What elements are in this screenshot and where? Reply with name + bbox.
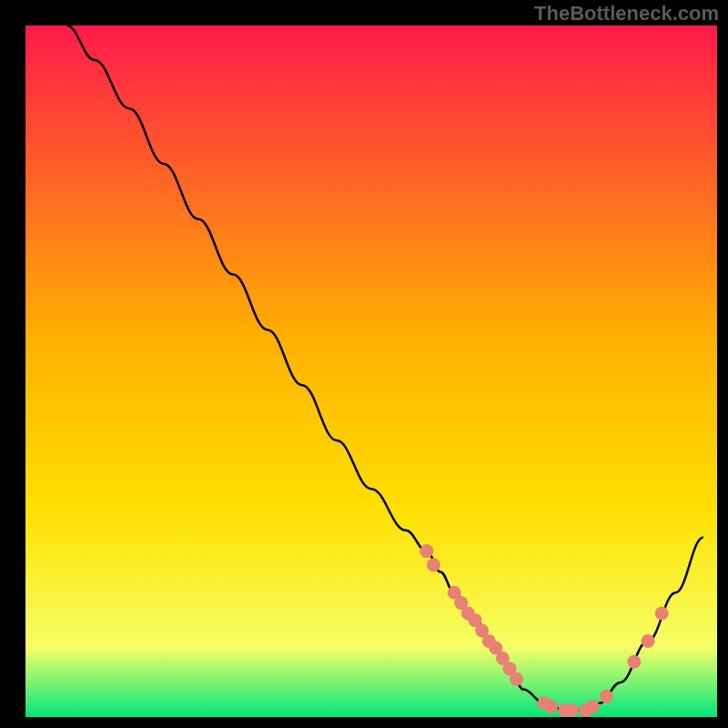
data-point — [510, 672, 523, 686]
data-point — [586, 700, 600, 713]
attribution-text: TheBottleneck.com — [534, 2, 719, 25]
data-point — [544, 700, 558, 713]
plot-background — [25, 25, 717, 717]
chart-container: TheBottleneck.com — [0, 0, 728, 728]
bottleneck-chart — [0, 0, 728, 728]
data-point — [627, 655, 641, 669]
data-point — [600, 690, 613, 703]
data-point — [655, 607, 669, 621]
data-point — [642, 634, 655, 648]
data-point — [420, 544, 433, 558]
data-point — [565, 703, 579, 717]
data-point — [427, 558, 440, 571]
